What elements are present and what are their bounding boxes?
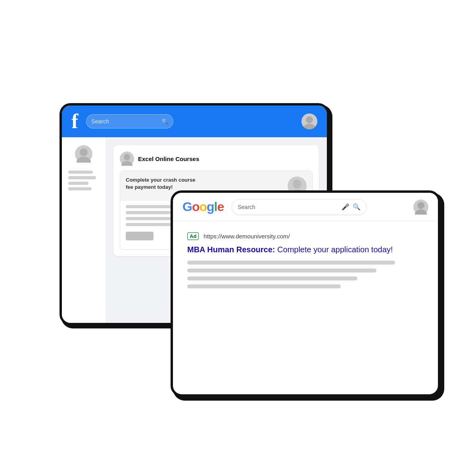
svg-point-1 xyxy=(303,124,316,129)
ad-title-rest: Complete your application today! xyxy=(275,245,393,254)
google-user-avatar[interactable] xyxy=(413,200,428,215)
google-logo: Google xyxy=(182,200,224,214)
search-icon: 🔍 xyxy=(161,118,168,125)
ad-title-blue: MBA Human Resource: xyxy=(187,245,275,254)
facebook-logo: f xyxy=(71,111,78,132)
google-topbar: Google Search 🎤 🔍 xyxy=(173,193,438,221)
scene: f Search 🔍 xyxy=(60,79,416,397)
facebook-sidebar xyxy=(62,137,106,323)
facebook-user-avatar[interactable] xyxy=(301,113,317,129)
google-card: Google Search 🎤 🔍 Ad https://www.de xyxy=(171,190,440,397)
microphone-icon[interactable]: 🎤 xyxy=(342,203,349,211)
facebook-search-box[interactable]: Search 🔍 xyxy=(86,114,173,129)
post-cta-button[interactable] xyxy=(126,232,154,240)
ad-title[interactable]: MBA Human Resource: Complete your applic… xyxy=(187,244,424,255)
ad-url: https://www.demouniversity.com/ xyxy=(203,233,290,240)
google-results-body: Ad https://www.demouniversity.com/ MBA H… xyxy=(173,221,438,299)
search-icon[interactable]: 🔍 xyxy=(353,203,361,211)
ad-text-line2: fee payment today! xyxy=(126,184,196,191)
post-page-name: Excel Online Courses xyxy=(138,155,199,162)
ad-description-lines xyxy=(187,261,424,288)
svg-point-8 xyxy=(417,202,424,209)
google-search-box[interactable]: Search 🎤 🔍 xyxy=(232,199,367,215)
facebook-search-text: Search xyxy=(91,118,109,125)
post-header: Excel Online Courses xyxy=(120,152,313,166)
svg-point-5 xyxy=(121,161,132,166)
svg-point-4 xyxy=(124,154,130,160)
ad-text-line1: Complete your crash course xyxy=(126,177,196,184)
facebook-topbar: f Search 🔍 xyxy=(62,106,327,137)
ad-badge: Ad xyxy=(187,232,199,240)
sidebar-nav-lines xyxy=(68,171,99,190)
svg-point-9 xyxy=(415,209,427,215)
google-search-text: Search xyxy=(238,204,338,210)
sidebar-avatar xyxy=(75,145,92,163)
svg-point-6 xyxy=(293,180,301,188)
post-page-avatar xyxy=(120,152,134,166)
svg-point-2 xyxy=(80,148,88,156)
search-action-icons: 🎤 🔍 xyxy=(342,203,361,211)
ad-header-line: Ad https://www.demouniversity.com/ xyxy=(187,232,424,240)
svg-point-3 xyxy=(77,157,91,163)
svg-point-0 xyxy=(306,116,313,123)
